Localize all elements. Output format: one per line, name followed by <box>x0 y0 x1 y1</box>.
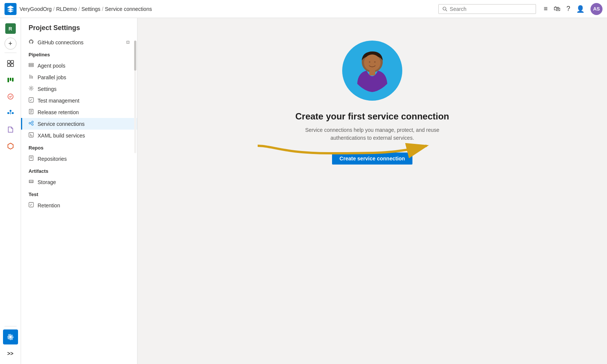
project-initial: R <box>5 23 16 34</box>
sidebar-pipelines[interactable] <box>3 106 18 121</box>
sidebar-bottom-divider <box>5 326 17 326</box>
person-illustration <box>342 41 402 101</box>
svg-rect-4 <box>8 64 10 66</box>
search-box[interactable] <box>438 4 536 14</box>
nav-item-github-connections[interactable]: GitHub connections ⊡ <box>21 36 137 48</box>
empty-state-title: Create your first service connection <box>295 111 449 122</box>
boards-icon <box>7 76 14 84</box>
svg-point-38 <box>364 54 381 71</box>
sidebar-testplans[interactable] <box>3 122 18 137</box>
avatar[interactable]: AS <box>590 3 602 15</box>
sidebar-project-icon[interactable]: R <box>3 21 18 36</box>
svg-rect-5 <box>11 64 14 66</box>
nav-item-release-retention-label: Release retention <box>38 109 79 115</box>
agent-pools-icon <box>29 62 34 69</box>
sidebar-settings[interactable] <box>3 329 18 344</box>
settings-sidebar: Project Settings GitHub connections ⊡ Pi… <box>21 18 137 364</box>
nav-item-agent-pools-label: Agent pools <box>38 63 65 69</box>
user-icon[interactable]: 👤 <box>576 5 584 13</box>
svg-rect-6 <box>8 78 9 82</box>
nav-item-test-management[interactable]: Test management <box>21 95 137 106</box>
nav-item-settings-label: Settings <box>38 86 57 92</box>
breadcrumb-settings[interactable]: Settings <box>82 6 101 12</box>
nav-item-github-label: GitHub connections <box>38 39 83 45</box>
artifacts-section-label: Artifacts <box>21 165 137 176</box>
scrollbar-thumb[interactable] <box>134 41 136 71</box>
artifacts-icon <box>7 142 14 150</box>
repositories-icon <box>29 156 34 162</box>
top-navigation: VeryGoodOrg / RLDemo / Settings / Servic… <box>0 0 607 18</box>
nav-item-service-connections-label: Service connections <box>38 121 85 127</box>
parallel-jobs-icon <box>29 74 34 80</box>
nav-item-retention[interactable]: Retention <box>21 199 137 211</box>
breadcrumb-sep-2: / <box>79 6 80 12</box>
settings-sidebar-title: Project Settings <box>21 18 137 36</box>
breadcrumb-sep-3: / <box>102 6 103 12</box>
retention-icon <box>29 202 34 208</box>
empty-state-description: Service connections help you manage, pro… <box>293 126 451 142</box>
nav-item-xaml[interactable]: XAML build services <box>21 130 137 141</box>
app-logo[interactable] <box>5 3 17 15</box>
nav-item-parallel-jobs[interactable]: Parallel jobs <box>21 71 137 83</box>
nav-item-release-retention[interactable]: Release retention <box>21 106 137 118</box>
svg-point-39 <box>369 61 370 63</box>
sidebar-collapse[interactable]: >> <box>3 346 18 361</box>
nav-item-settings[interactable]: Settings <box>21 83 137 95</box>
testplans-icon <box>7 126 14 133</box>
breadcrumb-page[interactable]: Service connections <box>105 6 152 12</box>
svg-rect-8 <box>12 78 14 82</box>
svg-line-1 <box>446 10 447 11</box>
sidebar-add-project[interactable]: + <box>5 38 17 50</box>
svg-point-10 <box>7 112 9 114</box>
chevron-double-icon: >> <box>7 350 13 356</box>
left-sidebar: R + >> <box>0 18 21 364</box>
svg-rect-41 <box>369 70 375 76</box>
sidebar-artifacts[interactable] <box>3 139 18 154</box>
xaml-icon <box>29 132 34 139</box>
main-layout: R + >> P <box>0 18 607 364</box>
help-icon[interactable]: ? <box>566 5 570 13</box>
storage-icon <box>29 179 34 185</box>
nav-item-agent-pools[interactable]: Agent pools <box>21 60 137 71</box>
nav-item-storage[interactable]: Storage <box>21 176 137 188</box>
search-icon <box>442 6 447 12</box>
nav-item-xaml-label: XAML build services <box>38 133 85 139</box>
nav-item-service-connections[interactable]: Service connections <box>21 118 137 130</box>
breadcrumb-sep-1: / <box>53 6 55 12</box>
svg-point-25 <box>32 121 33 122</box>
svg-point-24 <box>29 122 30 124</box>
svg-point-12 <box>12 112 14 114</box>
shopping-bag-icon[interactable]: 🛍 <box>554 5 560 13</box>
nav-item-parallel-jobs-label: Parallel jobs <box>38 74 66 80</box>
overview-icon <box>7 60 14 67</box>
breadcrumb-org[interactable]: VeryGoodOrg <box>20 6 52 12</box>
sidebar-repos[interactable] <box>3 89 18 104</box>
test-section-label: Test <box>21 188 137 199</box>
repos-icon <box>7 93 14 100</box>
nav-item-repositories[interactable]: Repositories <box>21 153 137 165</box>
empty-state: Create your first service connection Ser… <box>260 18 485 165</box>
sidebar-boards[interactable] <box>3 72 18 88</box>
nav-item-storage-label: Storage <box>38 179 56 185</box>
create-service-connection-button[interactable]: Create service connection <box>332 153 412 165</box>
settings-nav-icon <box>29 86 34 92</box>
content-area: Create your first service connection Ser… <box>137 18 607 364</box>
breadcrumb-project[interactable]: RLDemo <box>56 6 77 12</box>
nav-item-test-management-label: Test management <box>38 98 79 104</box>
github-icon <box>29 39 34 45</box>
service-connections-icon <box>29 121 34 127</box>
search-input[interactable] <box>450 6 532 12</box>
sidebar-overview[interactable] <box>3 56 18 71</box>
gear-icon <box>7 334 14 340</box>
nav-item-retention-label: Retention <box>38 202 60 208</box>
list-icon[interactable]: ≡ <box>544 5 548 13</box>
svg-rect-2 <box>8 60 10 63</box>
sidebar-divider <box>5 53 17 53</box>
svg-rect-3 <box>11 60 14 63</box>
pipelines-section-label: Pipelines <box>21 48 137 60</box>
svg-point-40 <box>374 61 376 63</box>
pipelines-icon <box>7 109 14 117</box>
svg-rect-13 <box>29 63 33 65</box>
github-badge: ⊡ <box>126 40 130 45</box>
scrollbar-track[interactable] <box>134 41 136 153</box>
